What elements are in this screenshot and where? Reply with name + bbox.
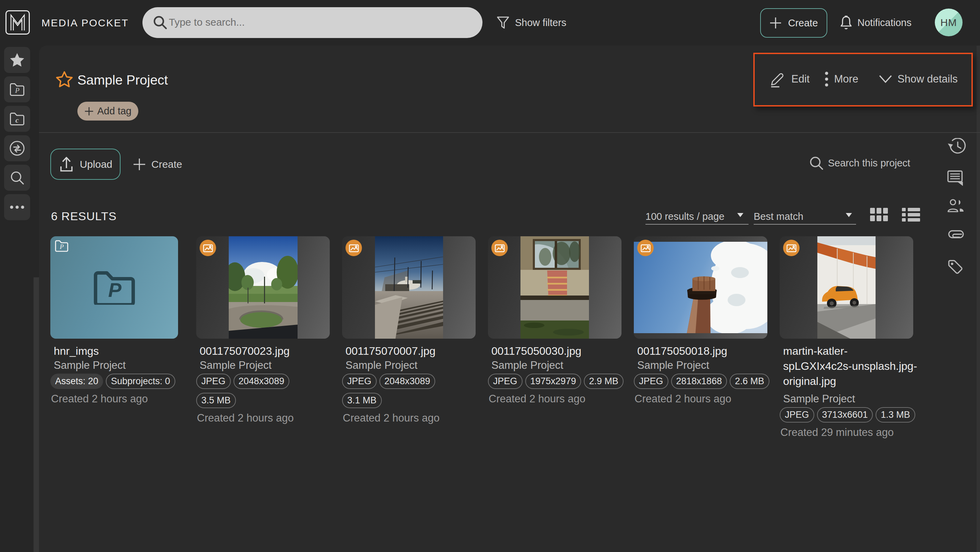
svg-text:c: c [16, 116, 19, 124]
svg-text:P: P [15, 86, 19, 94]
svg-text:P: P [60, 243, 64, 250]
svg-text:P: P [108, 279, 122, 301]
